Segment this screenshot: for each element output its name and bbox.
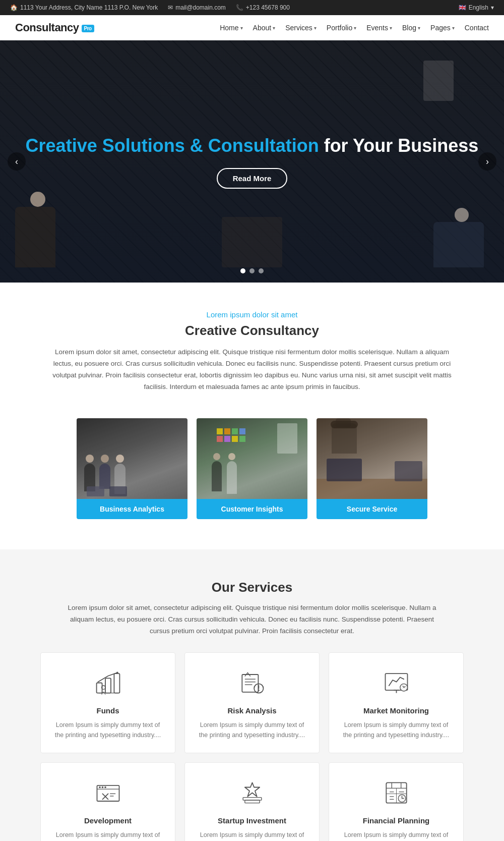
top-bar: 🏠 1113 Your Address, City Name 1113 P.O.… [0,0,504,15]
nav-home[interactable]: Home ▾ [220,24,242,32]
feature-cards-row: Business Analytics [0,418,504,549]
card-label-3: Secure Service [317,499,427,519]
service-desc-risk: Lorem Ipsum is simply dummy text of the … [195,720,309,740]
card-customer-insights[interactable]: Customer Insights [197,418,307,519]
flag-icon: 🇬🇧 [459,4,466,11]
nav-portfolio[interactable]: Portfolio ▾ [327,24,356,32]
phone-text: +123 45678 900 [246,4,290,11]
services-section: Our Services Lorem ipsum dolor sit amet,… [0,549,504,841]
email-text: mail@domain.com [175,4,226,11]
hero-prev-button[interactable]: ‹ [8,152,26,171]
intro-section: Lorem ipsum dolor sit amet Creative Cons… [0,283,504,418]
service-desc-funds: Lorem Ipsum is simply dummy text of the … [51,720,165,740]
chevron-down-icon: ▾ [314,25,317,31]
svg-point-3 [116,672,118,674]
dropdown-arrow: ▾ [491,4,494,11]
funds-icon [93,668,123,698]
service-desc-market: Lorem Ipsum is simply dummy text of the … [339,720,453,740]
intro-text: Lorem ipsum dolor sit amet, consectetur … [50,347,454,393]
service-name-risk: Risk Analysis [195,706,309,715]
intro-label: Lorem ipsum dolor sit amet [40,310,464,319]
service-name-funds: Funds [51,706,165,715]
phone-item: 📞 +123 45678 900 [236,4,290,11]
svg-rect-5 [242,675,258,692]
card-image-3 [317,418,427,499]
service-name-market: Market Monitoring [339,706,453,715]
nav-about[interactable]: About ▾ [253,24,276,32]
services-header: Our Services Lorem ipsum dolor sit amet,… [40,580,464,637]
nav-events[interactable]: Events ▾ [366,24,392,32]
card-label-2: Customer Insights [197,499,307,519]
card-label-1: Business Analytics [77,499,187,519]
nav-contact[interactable]: Contact [465,24,489,32]
email-icon: ✉ [168,4,173,11]
service-name-development: Development [51,816,165,825]
risk-analysis-icon [237,668,267,698]
hero-section: Creative Solutions & Consultation for Yo… [0,40,504,283]
service-card-market[interactable]: Market Monitoring Lorem Ipsum is simply … [329,652,464,753]
service-name-startup: Startup Investment [195,816,309,825]
card-image-2 [197,418,307,499]
email-item: ✉ mail@domain.com [168,4,226,11]
svg-rect-2 [114,674,119,693]
chevron-down-icon: ▾ [273,25,275,31]
svg-point-11 [258,690,259,691]
address-item: 🏠 1113 Your Address, City Name 1113 P.O.… [10,4,158,11]
svg-rect-0 [96,683,102,693]
service-card-startup[interactable]: Startup Investment Lorem Ipsum is simply… [184,762,320,841]
hero-title-highlight: Creative Solutions & Consultation [26,135,319,156]
logo[interactable]: ConsultancyPro [15,21,94,34]
svg-rect-23 [243,798,262,801]
hero-dots [240,268,264,273]
chevron-down-icon: ▾ [240,25,243,31]
svg-rect-24 [244,800,259,803]
service-card-risk[interactable]: Risk Analysis Lorem Ipsum is simply dumm… [184,652,320,753]
nav-pages[interactable]: Pages ▾ [430,24,455,32]
chevron-down-icon: ▾ [390,25,392,31]
financial-planning-icon [381,778,411,808]
hero-content: Creative Solutions & Consultation for Yo… [6,134,499,189]
svg-rect-1 [105,678,111,693]
top-bar-left: 🏠 1113 Your Address, City Name 1113 P.O.… [10,4,290,11]
svg-point-18 [99,787,101,789]
address-icon: 🏠 [10,4,18,11]
market-monitoring-icon [381,668,411,698]
service-name-financial: Financial Planning [339,816,453,825]
language-selector[interactable]: 🇬🇧 English ▾ [459,4,494,11]
service-desc-financial: Lorem Ipsum is simply dummy text of the … [339,830,453,841]
main-nav: Home ▾ About ▾ Services ▾ Portfolio ▾ Ev… [220,24,489,32]
services-title: Our Services [40,580,464,595]
service-card-funds[interactable]: Funds Lorem Ipsum is simply dummy text o… [40,652,175,753]
startup-investment-icon [237,778,267,808]
svg-point-20 [104,787,106,789]
read-more-button[interactable]: Read More [217,168,288,189]
svg-point-19 [101,787,103,789]
services-text: Lorem ipsum dolor sit amet, consectetur … [63,602,441,637]
hero-title: Creative Solutions & Consultation for Yo… [26,134,479,158]
service-desc-development: Lorem Ipsum is simply dummy text of the … [51,830,165,841]
header: ConsultancyPro Home ▾ About ▾ Services ▾… [0,15,504,40]
chevron-down-icon: ▾ [452,25,455,31]
services-grid: Funds Lorem Ipsum is simply dummy text o… [40,652,464,841]
service-card-financial[interactable]: Financial Planning Lorem Ipsum is simply… [329,762,464,841]
card-image-1 [77,418,187,499]
phone-icon: 📞 [236,4,243,11]
hero-dot-3[interactable] [259,268,264,273]
development-icon [93,778,123,808]
card-business-analytics[interactable]: Business Analytics [77,418,187,519]
hero-dot-2[interactable] [249,268,255,273]
card-secure-service[interactable]: Secure Service [317,418,427,519]
logo-text: Consultancy [15,21,79,34]
service-card-development[interactable]: Development Lorem Ipsum is simply dummy … [40,762,175,841]
chevron-down-icon: ▾ [418,25,420,31]
chevron-down-icon: ▾ [354,25,356,31]
nav-services[interactable]: Services ▾ [285,24,317,32]
hero-dot-1[interactable] [240,268,245,273]
nav-blog[interactable]: Blog ▾ [402,24,420,32]
service-desc-startup: Lorem Ipsum is simply dummy text of the … [195,830,309,841]
hero-title-rest: for Your Business [319,135,479,156]
intro-title: Creative Consultancy [40,323,464,339]
address-text: 1113 Your Address, City Name 1113 P.O. N… [20,4,158,11]
logo-badge: Pro [82,25,94,32]
hero-next-button[interactable]: › [478,152,496,171]
